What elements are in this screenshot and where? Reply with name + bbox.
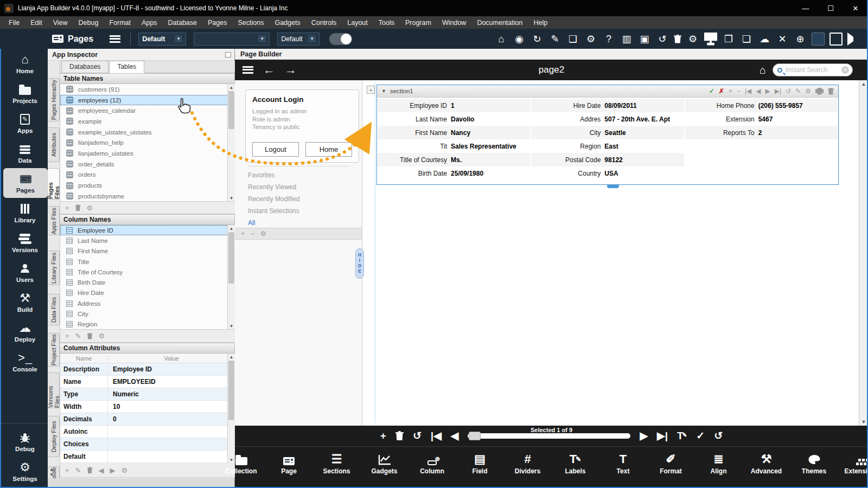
trash-icon[interactable]: [75, 204, 81, 211]
trash-icon[interactable]: [87, 467, 93, 473]
form-field-city[interactable]: CitySeattle: [531, 126, 684, 139]
list-item[interactable]: Region: [60, 319, 235, 330]
trash-icon[interactable]: [395, 431, 404, 440]
list-item[interactable]: First Name: [60, 246, 235, 256]
collapse-section-icon[interactable]: ▼: [381, 88, 386, 94]
hide-panel-button[interactable]: HIDE: [355, 248, 364, 279]
detach-panel-icon[interactable]: [225, 52, 231, 57]
close-icon[interactable]: ✕: [776, 33, 789, 46]
scroll-up-icon[interactable]: ▲: [228, 354, 235, 360]
slider-knob[interactable]: [469, 432, 481, 440]
home-button[interactable]: Home: [305, 142, 352, 157]
inspector-tab-project-files[interactable]: Project Files: [48, 333, 60, 367]
maximize-button[interactable]: ☐: [818, 0, 843, 16]
gear-icon[interactable]: ⚙: [99, 332, 105, 339]
dock-item-labels[interactable]: T✎Labels: [561, 451, 590, 487]
trash-icon[interactable]: [674, 35, 681, 43]
doc-export-icon[interactable]: ❐: [722, 33, 735, 46]
dock-item-sections[interactable]: ☰Sections: [322, 451, 352, 487]
list-item[interactable]: Title of Courtesy: [60, 267, 235, 277]
dock-item-dividers[interactable]: #Dividers: [513, 451, 542, 487]
sidebar-item-deploy[interactable]: ☁↑Deploy: [1, 317, 49, 347]
form-field-extension[interactable]: Extension5467: [685, 112, 838, 126]
link-favorites[interactable]: Favorites: [248, 171, 351, 179]
list-item[interactable]: Address: [60, 298, 235, 309]
list-item[interactable]: employees_calendar: [60, 105, 235, 116]
attribute-row[interactable]: Autoinc: [60, 426, 235, 438]
form-field-tit[interactable]: TitSales Representative: [378, 139, 530, 153]
plus-icon[interactable]: +: [241, 230, 245, 237]
dock-item-extensions[interactable]: Extensions: [847, 451, 868, 487]
section1-container[interactable]: ▼ section1 ✓✗+−|◀◀▶▶|↺✎⚙ Employee ID1Las…: [376, 85, 839, 185]
gear-icon[interactable]: ⚙: [122, 467, 128, 474]
list-item[interactable]: example: [60, 116, 235, 127]
plus-icon[interactable]: +: [65, 332, 69, 339]
form-field-employee-id[interactable]: Employee ID1: [378, 99, 530, 112]
sidebar-item-settings[interactable]: ⚙Settings: [1, 457, 49, 486]
plus-icon[interactable]: +: [729, 88, 732, 94]
sidebar-item-projects[interactable]: Projects: [1, 79, 49, 108]
nav-last-icon[interactable]: ▶|: [657, 431, 668, 441]
list-item[interactable]: example_uistates_uistates: [60, 127, 235, 138]
sidebar-item-apps[interactable]: ✎Apps: [1, 108, 49, 138]
scroll-up-icon[interactable]: ▲: [228, 225, 235, 232]
form-field-first-name[interactable]: First NameNancy: [378, 126, 530, 139]
attribute-row[interactable]: Width10: [60, 401, 235, 413]
menu-item-documentation[interactable]: Documentation: [471, 17, 528, 28]
home-page-icon[interactable]: ⌂: [760, 64, 766, 76]
inspector-tab-pages-files[interactable]: Pages Files: [48, 168, 60, 200]
sidebar-item-versions[interactable]: Versions: [1, 228, 49, 258]
dock-item-column[interactable]: Column: [418, 451, 447, 487]
pencil-icon[interactable]: ✎: [75, 467, 81, 474]
list-item[interactable]: lianjademo_help: [60, 137, 235, 148]
link-recently-modified[interactable]: Recently Modified: [248, 195, 351, 203]
list-item[interactable]: Title: [60, 256, 235, 267]
menu-item-gadgets[interactable]: Gadgets: [269, 17, 305, 28]
attribute-row[interactable]: TypeNumeric: [60, 388, 235, 401]
pencil-icon[interactable]: ✎: [795, 88, 801, 94]
menu-item-program[interactable]: Program: [400, 17, 437, 28]
edit-app-icon[interactable]: ✎: [548, 33, 561, 46]
nav-first-icon[interactable]: |◀: [745, 88, 751, 94]
list-item[interactable]: Birth Date: [60, 277, 235, 287]
play-icon[interactable]: [847, 33, 860, 46]
sync-icon[interactable]: ↻: [531, 33, 544, 46]
cross-icon[interactable]: ✗: [719, 88, 724, 94]
refresh-icon[interactable]: ↺: [786, 88, 791, 94]
minus-icon[interactable]: −: [251, 230, 254, 237]
menu-item-database[interactable]: Database: [163, 17, 203, 28]
list-item[interactable]: Hire Date: [60, 288, 235, 298]
monitor-icon[interactable]: [704, 33, 717, 46]
dock-item-align[interactable]: ≣Align: [704, 451, 733, 487]
inspector-tab-attributes[interactable]: Attributes: [48, 127, 60, 162]
list-item[interactable]: City: [60, 309, 235, 319]
menu-item-sections[interactable]: Sections: [232, 17, 269, 28]
gear-icon[interactable]: ⚙: [805, 88, 811, 94]
globe-icon[interactable]: ⊕: [794, 33, 807, 46]
section1-header[interactable]: ▼ section1 ✓✗+−|◀◀▶▶|↺✎⚙: [377, 85, 838, 98]
doc-add-icon[interactable]: ❑: [740, 33, 753, 46]
tab-databases[interactable]: Databases: [61, 61, 108, 73]
tab-tables[interactable]: Tables: [109, 61, 144, 73]
list-item[interactable]: order_details: [60, 159, 235, 170]
scroll-down-icon[interactable]: ▼: [228, 323, 235, 329]
phone-icon[interactable]: [829, 33, 843, 46]
menu-item-view[interactable]: View: [48, 17, 73, 28]
theme-dropdown[interactable]: Default▼: [138, 33, 186, 46]
home-icon[interactable]: ⌂: [495, 33, 508, 46]
sidebar-item-data[interactable]: Data: [1, 138, 49, 168]
menu-item-help[interactable]: Help: [528, 17, 553, 28]
clear-search-icon[interactable]: ✕: [841, 66, 849, 74]
pencil-icon[interactable]: ✎: [75, 332, 81, 339]
list-scrollbar[interactable]: ▲▼: [227, 225, 235, 329]
form-field-home-phone[interactable]: Home Phone(206) 555-9857: [685, 99, 838, 112]
dock-item-text[interactable]: TText: [609, 451, 638, 487]
dock-item-page[interactable]: Page: [275, 451, 304, 487]
sidebar-item-library[interactable]: Library: [1, 198, 49, 228]
menu-item-apps[interactable]: Apps: [136, 17, 163, 28]
inspector-tab-data-files[interactable]: Data Files: [48, 294, 60, 325]
new-app-icon[interactable]: ❏: [566, 33, 579, 46]
cloud-upload-icon[interactable]: ☁: [758, 33, 771, 46]
add-section-icon[interactable]: +: [367, 86, 375, 94]
list-item[interactable]: lianjademo_uistates: [60, 148, 235, 159]
